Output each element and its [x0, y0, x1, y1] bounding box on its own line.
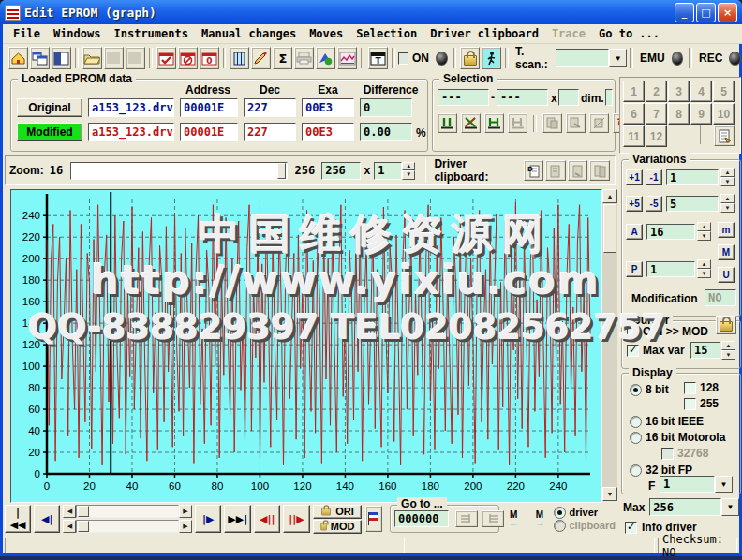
driver-radio-row[interactable]: driver [554, 507, 616, 519]
amplitude-spinner[interactable]: ▲▼ [697, 222, 711, 241]
f-select[interactable]: 1 ▼ [660, 476, 733, 493]
selection-x-field[interactable] [558, 89, 579, 106]
selection-from-field[interactable]: --- [438, 89, 489, 106]
window-check-icon[interactable] [156, 47, 176, 69]
check-255-row[interactable]: 255 [684, 397, 719, 410]
menu-windows[interactable]: Windows [47, 25, 108, 42]
scroll-right-icon[interactable]: ▶ [179, 520, 192, 533]
chart-icon[interactable] [337, 47, 357, 69]
radio-32bit-fp[interactable] [630, 464, 642, 477]
edit-pencil-icon[interactable] [251, 47, 271, 69]
menu-instruments[interactable]: Instruments [107, 25, 194, 42]
prev-frame-button[interactable]: ◀| [34, 505, 60, 533]
split-window-icon[interactable] [52, 47, 71, 69]
down-arrow-icon[interactable]: ▼ [402, 170, 416, 180]
minus1-button[interactable]: -1 [646, 169, 662, 185]
step5-field[interactable]: 5 [666, 196, 719, 212]
step1-spinner[interactable]: ▲▼ [720, 168, 735, 186]
zoom-mult-field[interactable]: 1 [374, 162, 402, 180]
up-arrow-icon[interactable]: ▲ [720, 168, 735, 177]
open-folder-icon[interactable] [82, 47, 102, 69]
up-arrow-icon[interactable]: ▲ [720, 194, 735, 203]
plus1-button[interactable]: +1 [626, 169, 643, 185]
down-arrow-icon[interactable]: ▼ [720, 177, 735, 186]
modified-dec-field[interactable]: 227 [244, 123, 296, 141]
radio-16bit-motorola[interactable] [630, 432, 642, 444]
chevron-down-icon[interactable]: ▼ [721, 498, 739, 516]
graph-plot[interactable]: 0204060801001201401601802002202400204060… [11, 190, 600, 500]
scrollbar-thumb[interactable] [603, 204, 616, 253]
next-frame-button[interactable]: |▶ [195, 505, 221, 533]
mod-position-thumb[interactable] [78, 521, 89, 532]
ori-position-thumb[interactable] [78, 506, 89, 517]
down-arrow-icon[interactable]: ▼ [720, 203, 735, 213]
selection-to-field[interactable]: --- [497, 89, 548, 106]
check-128-row[interactable]: 128 [684, 381, 719, 394]
original-address-field[interactable]: 00001E [180, 98, 238, 117]
scrollbar-track[interactable] [602, 254, 617, 487]
minus5-button[interactable]: -5 [646, 196, 662, 212]
small-m-button[interactable]: m [718, 222, 735, 238]
scroll-down-icon[interactable]: ▼ [602, 487, 617, 501]
next-diff-button[interactable]: ||▶ [283, 505, 309, 533]
f-value[interactable]: 1 [660, 476, 715, 493]
driver-radio[interactable] [554, 507, 566, 519]
modified-address-field[interactable]: 00001E [180, 123, 238, 141]
mod-button[interactable]: MOD [313, 520, 362, 534]
amplitude-button[interactable]: A [626, 224, 643, 240]
chevron-down-icon[interactable]: ▼ [609, 49, 627, 67]
original-exa-field[interactable]: 00E3 [302, 98, 354, 117]
marker-right-button[interactable]: M→ [528, 508, 552, 530]
t-window-icon[interactable]: T [368, 47, 388, 69]
radio-32bit-fp-row[interactable]: 32 bit FP [630, 464, 692, 477]
original-file-field[interactable]: a153_123.drv [88, 98, 174, 117]
amplitude-field[interactable]: 16 [646, 224, 695, 240]
zoom-slider-thumb[interactable] [277, 163, 286, 179]
scroll-left-icon[interactable]: ◀ [63, 520, 76, 533]
ori-mod-checkbox-row[interactable]: ORI >> MOD [627, 325, 708, 338]
radio-16bit-ieee[interactable] [630, 416, 642, 428]
select-clear-icon[interactable] [461, 113, 481, 133]
p-field[interactable]: 1 [646, 261, 695, 277]
up-arrow-icon[interactable]: ▲ [721, 341, 735, 350]
close-button[interactable]: × [718, 3, 737, 22]
on-checkbox[interactable] [398, 52, 408, 65]
menu-moves[interactable]: Moves [303, 25, 349, 42]
maximize-button[interactable]: □ [696, 3, 716, 22]
menu-selection[interactable]: Selection [349, 25, 423, 42]
modified-button[interactable]: Modified [17, 123, 82, 141]
max-var-checkbox[interactable] [627, 345, 639, 357]
shapes-icon[interactable] [316, 47, 335, 69]
flag-icon[interactable] [365, 506, 383, 532]
graph-vertical-scrollbar[interactable]: ▲ ▼ [602, 189, 617, 501]
lock-icon[interactable] [460, 47, 480, 69]
goto-last-button[interactable]: ▶▶| [224, 505, 251, 533]
prev-diff-button[interactable]: ◀|| [254, 505, 280, 533]
plus5-button[interactable]: +5 [626, 196, 643, 212]
radio-8bit[interactable] [630, 384, 642, 396]
check-255[interactable] [684, 398, 696, 410]
up-arrow-icon[interactable]: ▲ [402, 162, 416, 171]
ori-button[interactable]: ORI [313, 505, 362, 519]
t-scan-select[interactable]: ▼ [556, 49, 627, 67]
window-block-icon[interactable] [178, 47, 198, 69]
position-scrollbars[interactable]: ◀▶ ◀▶ [63, 505, 192, 533]
selection-dim-field[interactable] [605, 89, 613, 106]
chevron-down-icon[interactable]: ▼ [715, 476, 733, 493]
scroll-right-icon[interactable]: ▶ [179, 505, 192, 518]
max-var-row[interactable]: Max var [627, 344, 685, 357]
window-zero-icon[interactable]: 0 [200, 47, 219, 69]
goto-first-button[interactable]: |◀◀ [5, 505, 31, 533]
sum-sigma-icon[interactable]: Σ [273, 47, 292, 69]
radio-8bit-row[interactable]: 8 bit [630, 383, 669, 396]
p-button[interactable]: P [626, 261, 643, 277]
minimize-button[interactable]: _ [675, 3, 694, 22]
eprom-graph[interactable]: 0204060801001201401601802002202400204060… [10, 189, 602, 503]
notes-icon[interactable] [714, 125, 735, 146]
table-columns-icon[interactable] [230, 47, 249, 69]
home-icon[interactable] [8, 47, 28, 69]
menu-driver-clipboard[interactable]: Driver clipboard [423, 25, 545, 42]
up-arrow-icon[interactable]: ▲ [697, 259, 711, 269]
radio-16bit-motorola-row[interactable]: 16 bit Motorola [630, 431, 725, 444]
goto-field[interactable]: 000000 [394, 510, 449, 527]
